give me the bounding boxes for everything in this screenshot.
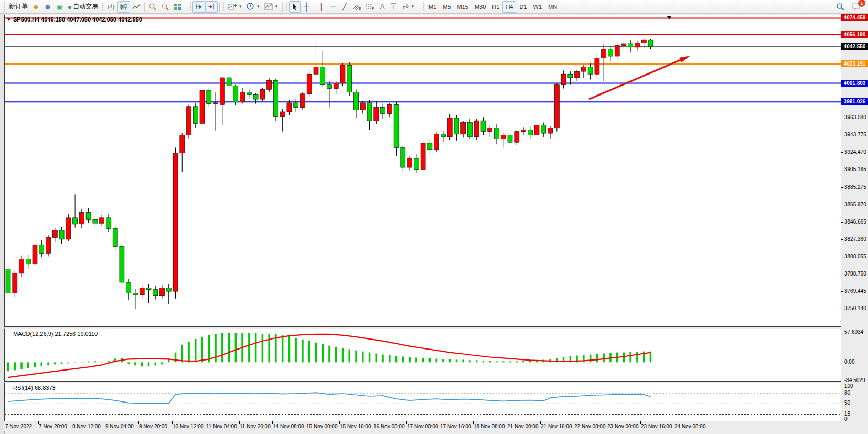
period-clock-button[interactable]: ▼ bbox=[244, 1, 262, 13]
toolbar-separator bbox=[186, 2, 186, 12]
add-indicator-button[interactable]: ▼ bbox=[226, 1, 244, 13]
candle-body bbox=[508, 135, 512, 143]
level-price-badge: 4001.803 bbox=[841, 80, 868, 87]
tile-windows-icon bbox=[174, 3, 182, 10]
bar-chart-button[interactable] bbox=[105, 1, 117, 13]
candle-body bbox=[394, 104, 399, 147]
macd-histogram-bar bbox=[134, 362, 136, 365]
candle-body bbox=[554, 85, 559, 128]
chart-dropdown-arrow[interactable] bbox=[7, 18, 11, 21]
toolbar-drag-handle[interactable] bbox=[101, 2, 104, 12]
terminal-button[interactable]: ☻ bbox=[41, 1, 54, 13]
toolbar-drag-handle[interactable] bbox=[189, 2, 191, 12]
new-order-label: 新订单 bbox=[9, 2, 28, 11]
candle-body bbox=[307, 74, 312, 94]
macd-histogram-bar bbox=[228, 333, 230, 362]
chart-shift-marker[interactable] bbox=[667, 16, 672, 19]
channel-tool-button[interactable]: E bbox=[350, 1, 363, 13]
time-axis-label: 17 Nov 00:00 bbox=[407, 424, 438, 429]
add-indicator-icon bbox=[228, 3, 237, 10]
rsi-line bbox=[8, 393, 651, 404]
candle-body bbox=[414, 158, 419, 170]
crosshair-tool-button[interactable]: ┼ bbox=[301, 1, 312, 13]
toolbar-drag-handle[interactable] bbox=[222, 2, 225, 12]
candlestick-chart-icon bbox=[120, 3, 128, 10]
price-axis[interactable]: 3963.0803943.7753924.4703905.1653885.275… bbox=[841, 15, 868, 431]
candle-body bbox=[427, 143, 432, 150]
auto-scroll-button[interactable] bbox=[192, 1, 205, 13]
cursor-tool-button[interactable] bbox=[289, 1, 301, 13]
horizontal-line-tool-button[interactable]: ─ bbox=[327, 1, 339, 13]
main-chart-pane[interactable]: SP500,H4 4046.150 4047.050 4042.050 4042… bbox=[4, 15, 841, 327]
candle-body bbox=[120, 247, 124, 282]
tile-windows-button[interactable] bbox=[172, 1, 184, 13]
candle-body bbox=[615, 46, 619, 57]
arrows-tool-button[interactable]: ▼ bbox=[400, 1, 417, 13]
time-axis-label: 18 Nov 08:00 bbox=[474, 424, 505, 429]
candle-body bbox=[160, 288, 165, 295]
trendline-tool-button[interactable]: ╱ bbox=[339, 1, 350, 13]
macd-histogram-bar bbox=[268, 334, 270, 363]
candlestick-chart[interactable] bbox=[5, 15, 841, 326]
candle-body bbox=[528, 130, 532, 135]
candle-body bbox=[641, 40, 646, 43]
zoom-out-button[interactable] bbox=[159, 1, 172, 13]
candlestick-chart-button[interactable] bbox=[117, 1, 130, 13]
template-icon bbox=[264, 3, 273, 10]
candle-body bbox=[447, 118, 452, 137]
vertical-line-tool-button[interactable]: │ bbox=[316, 1, 327, 13]
fibonacci-tool-button[interactable]: F bbox=[363, 1, 377, 13]
toolbar-separator bbox=[282, 2, 283, 12]
candle-body bbox=[133, 293, 137, 295]
rsi-chart[interactable] bbox=[5, 383, 841, 421]
toolbar-drag-handle[interactable] bbox=[3, 2, 6, 12]
timeframe-button-m5[interactable]: M5 bbox=[440, 1, 454, 13]
zoom-in-button[interactable] bbox=[146, 1, 159, 13]
search-button[interactable] bbox=[834, 1, 846, 13]
candle-body bbox=[434, 134, 439, 150]
time-axis[interactable]: 7 Nov 20227 Nov 20:008 Nov 12:009 Nov 04… bbox=[4, 421, 841, 431]
time-axis-label: 21 Nov 00:00 bbox=[507, 424, 539, 429]
timeframe-button-h4[interactable]: H4 bbox=[502, 1, 516, 13]
rsi-indicator-pane[interactable]: RSI(14) 68.8373 bbox=[4, 383, 841, 421]
text-tool-button[interactable]: A bbox=[377, 1, 388, 13]
mql-editor-button[interactable]: ◆ bbox=[30, 1, 41, 13]
macd-histogram-bar bbox=[415, 358, 417, 363]
macd-histogram-bar bbox=[603, 354, 605, 363]
macd-histogram-bar bbox=[623, 353, 625, 363]
dropdown-caret: ▼ bbox=[411, 4, 415, 9]
macd-histogram-bar bbox=[248, 333, 250, 362]
candle-body bbox=[608, 49, 613, 56]
toolbar-drag-handle[interactable] bbox=[422, 2, 424, 12]
rsi-axis-label: 80 bbox=[844, 390, 850, 396]
macd-axis-label: 57.6034 bbox=[844, 329, 863, 335]
new-order-button[interactable]: 新订单 bbox=[7, 1, 30, 13]
axis-tick bbox=[841, 274, 843, 274]
notifications-button[interactable]: 1 bbox=[850, 1, 863, 13]
candle-body bbox=[140, 288, 144, 295]
timeframe-button-w1[interactable]: W1 bbox=[530, 1, 545, 13]
candle-body bbox=[648, 40, 653, 47]
candle-body bbox=[213, 103, 218, 104]
template-button[interactable]: ▼ bbox=[262, 1, 281, 13]
strategy-tester-button[interactable]: ◉ bbox=[54, 1, 66, 13]
price-axis-label: 3924.470 bbox=[844, 149, 866, 155]
timeframe-button-m1[interactable]: M1 bbox=[425, 1, 440, 13]
toolbar-drag-handle[interactable] bbox=[285, 2, 288, 12]
line-chart-button[interactable] bbox=[130, 1, 143, 13]
timeframe-button-m15[interactable]: M15 bbox=[454, 1, 471, 13]
price-axis-label: 3750.140 bbox=[844, 305, 866, 311]
chart-shift-button[interactable] bbox=[205, 1, 218, 13]
label-tool-button[interactable]: T bbox=[388, 1, 400, 13]
timeframe-button-d1[interactable]: D1 bbox=[516, 1, 530, 13]
timeframe-button-h1[interactable]: H1 bbox=[489, 1, 502, 13]
timeframe-button-mn[interactable]: MN bbox=[545, 1, 560, 13]
macd-indicator-pane[interactable]: MACD(12,26,9) 21.7256 19.0110 bbox=[4, 329, 841, 382]
autotrading-button[interactable]: ● 自动交易 bbox=[66, 1, 100, 13]
current-price-badge: 4042.550 bbox=[841, 43, 868, 50]
timeframe-button-m30[interactable]: M30 bbox=[471, 1, 489, 13]
macd-chart[interactable] bbox=[5, 329, 841, 381]
candle-body bbox=[454, 118, 459, 134]
macd-histogram-bar bbox=[34, 362, 36, 367]
macd-histogram-bar bbox=[221, 333, 223, 362]
